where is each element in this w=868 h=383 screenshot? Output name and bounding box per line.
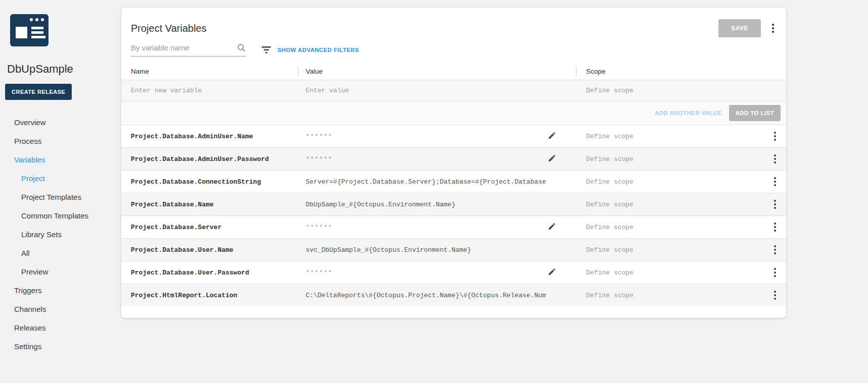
variable-name: Project.Database.AdminUser.Name bbox=[121, 133, 298, 140]
sidebar-nav-item[interactable]: Overview bbox=[0, 113, 121, 132]
variable-value[interactable]: ****** bbox=[298, 269, 546, 277]
variable-row: Project.Database.User.Name svc_DbUpSampl… bbox=[121, 238, 786, 261]
browser-dots-icon bbox=[30, 18, 44, 21]
new-variable-value-input[interactable]: Enter value bbox=[298, 87, 576, 94]
variable-value[interactable]: C:\DeltaReports\#{Octopus.Project.Name}\… bbox=[298, 292, 546, 299]
row-overflow-menu-icon[interactable] bbox=[770, 175, 780, 188]
new-variable-scope-input[interactable]: Define scope bbox=[576, 87, 786, 94]
search-icon bbox=[236, 43, 246, 52]
row-overflow-menu-icon[interactable] bbox=[770, 152, 780, 166]
column-header-name: Name bbox=[121, 66, 298, 77]
variable-scope[interactable]: Define scope bbox=[576, 292, 764, 299]
page-title: Project Variables bbox=[131, 23, 207, 34]
sidebar-nav-item[interactable]: Settings bbox=[0, 337, 121, 356]
column-header-value: Value bbox=[298, 66, 576, 77]
filter-row: By variable name SHOW ADVANCED FILTERS bbox=[121, 40, 786, 64]
sidebar-nav-item[interactable]: Triggers bbox=[0, 281, 121, 300]
variable-name: Project.Database.Name bbox=[121, 201, 298, 208]
variable-value[interactable]: ****** bbox=[298, 133, 546, 140]
project-variables-panel: Project Variables SAVE By variable name … bbox=[121, 8, 786, 318]
sidebar-nav-item[interactable]: Common Templates bbox=[0, 206, 121, 225]
variable-scope[interactable]: Define scope bbox=[576, 178, 764, 186]
variable-scope[interactable]: Define scope bbox=[576, 201, 764, 208]
variable-scope[interactable]: Define scope bbox=[576, 133, 764, 140]
variable-value[interactable]: svc_DbUpSample_#{Octopus.Environment.Nam… bbox=[298, 246, 546, 254]
sidebar-nav-item[interactable]: Variables bbox=[0, 150, 121, 169]
add-to-list-button[interactable]: ADD TO LIST bbox=[729, 105, 781, 121]
add-another-value-button[interactable]: ADD ANOTHER VALUE bbox=[655, 110, 722, 116]
variable-row: Project.Database.ConnectionString Server… bbox=[121, 170, 786, 193]
variable-scope[interactable]: Define scope bbox=[576, 269, 764, 277]
logo-square bbox=[16, 27, 27, 38]
variable-value[interactable]: DbUpSample_#{Octopus.Environment.Name} bbox=[298, 201, 546, 208]
sidebar: DbUpSample CREATE RELEASE Overview Proce… bbox=[0, 0, 121, 383]
table-header: Name Value Scope bbox=[121, 64, 786, 80]
variable-row: Project.HtmlReport.Location C:\DeltaRepo… bbox=[121, 284, 786, 306]
edit-pencil-icon[interactable] bbox=[546, 220, 558, 235]
variable-value[interactable]: ****** bbox=[298, 155, 546, 163]
variable-value[interactable]: Server=#{Project.Database.Server};Databa… bbox=[298, 178, 546, 186]
new-variable-row: Enter new variable Enter value Define sc… bbox=[121, 80, 786, 101]
variable-name: Project.Database.User.Password bbox=[121, 269, 298, 277]
variable-name: Project.Database.AdminUser.Password bbox=[121, 155, 298, 163]
sidebar-nav-item[interactable]: Channels bbox=[0, 300, 121, 318]
project-logo-icon bbox=[10, 14, 49, 46]
create-release-button[interactable]: CREATE RELEASE bbox=[5, 84, 72, 100]
edit-pencil-icon[interactable] bbox=[546, 129, 558, 144]
project-name: DbUpSample bbox=[7, 63, 121, 76]
sidebar-nav-item-label: Variables bbox=[14, 155, 45, 164]
filter-list-icon bbox=[261, 46, 271, 54]
variable-name: Project.Database.ConnectionString bbox=[121, 178, 298, 186]
show-advanced-filters-link[interactable]: SHOW ADVANCED FILTERS bbox=[277, 47, 359, 53]
variable-name: Project.Database.Server bbox=[121, 224, 298, 231]
row-overflow-menu-icon[interactable] bbox=[770, 243, 780, 256]
sidebar-nav-item-label: Process bbox=[14, 137, 41, 145]
new-variable-name-input[interactable]: Enter new variable bbox=[121, 87, 298, 94]
sidebar-nav-item-label: Library Sets bbox=[21, 230, 62, 239]
sidebar-nav-item[interactable]: Process bbox=[0, 132, 121, 150]
variable-row: Project.Database.Name DbUpSample_#{Octop… bbox=[121, 193, 786, 215]
variable-name: Project.Database.User.Name bbox=[121, 246, 298, 254]
row-overflow-menu-icon[interactable] bbox=[770, 130, 780, 143]
sidebar-nav-item[interactable]: Releases bbox=[0, 318, 121, 337]
edit-pencil-icon[interactable] bbox=[546, 152, 558, 167]
sidebar-nav-item-label: Overview bbox=[14, 118, 46, 127]
header-actions: SAVE bbox=[718, 19, 778, 37]
variable-row: Project.Database.AdminUser.Password ****… bbox=[121, 147, 786, 170]
edit-pencil-icon[interactable] bbox=[546, 265, 558, 280]
sidebar-nav-item-label: Project Templates bbox=[21, 193, 81, 201]
variable-scope[interactable]: Define scope bbox=[576, 155, 764, 163]
sidebar-nav-item-label: Channels bbox=[14, 305, 46, 313]
panel-header: Project Variables SAVE bbox=[121, 8, 786, 40]
row-overflow-menu-icon[interactable] bbox=[770, 266, 780, 279]
sidebar-nav-item-label: Settings bbox=[14, 342, 41, 351]
sidebar-nav-item[interactable]: All bbox=[0, 244, 121, 262]
sidebar-nav-item-label: Project bbox=[21, 174, 45, 183]
variable-scope[interactable]: Define scope bbox=[576, 246, 764, 254]
overflow-menu-icon[interactable] bbox=[768, 22, 778, 35]
new-variable-actions: ADD ANOTHER VALUE ADD TO LIST bbox=[121, 101, 786, 125]
sidebar-nav: Overview Process Variables Project Proje… bbox=[0, 113, 121, 356]
sidebar-nav-item[interactable]: Library Sets bbox=[0, 225, 121, 244]
variable-search-input[interactable]: By variable name bbox=[131, 43, 246, 57]
search-placeholder: By variable name bbox=[131, 43, 189, 52]
variable-row: Project.Database.Server ****** Define sc… bbox=[121, 215, 786, 238]
row-overflow-menu-icon[interactable] bbox=[770, 221, 780, 234]
variable-row: Project.Database.AdminUser.Name ****** D… bbox=[121, 125, 786, 147]
column-header-scope: Scope bbox=[576, 66, 786, 77]
sidebar-nav-item-label: All bbox=[21, 249, 30, 257]
row-overflow-menu-icon[interactable] bbox=[770, 198, 780, 211]
variable-name: Project.HtmlReport.Location bbox=[121, 292, 298, 299]
variable-value[interactable]: ****** bbox=[298, 224, 546, 231]
variable-row: Project.Database.User.Password ****** De… bbox=[121, 261, 786, 284]
save-button[interactable]: SAVE bbox=[718, 19, 761, 37]
logo-lines bbox=[31, 27, 43, 40]
sidebar-nav-item[interactable]: Project Templates bbox=[0, 188, 121, 206]
sidebar-nav-item-label: Triggers bbox=[14, 286, 41, 295]
sidebar-nav-item[interactable]: Project bbox=[0, 169, 121, 188]
sidebar-nav-item[interactable]: Preview bbox=[0, 262, 121, 281]
sidebar-nav-item-label: Preview bbox=[21, 267, 48, 276]
variable-scope[interactable]: Define scope bbox=[576, 224, 764, 231]
sidebar-nav-item-label: Common Templates bbox=[21, 211, 88, 220]
row-overflow-menu-icon[interactable] bbox=[770, 289, 780, 302]
